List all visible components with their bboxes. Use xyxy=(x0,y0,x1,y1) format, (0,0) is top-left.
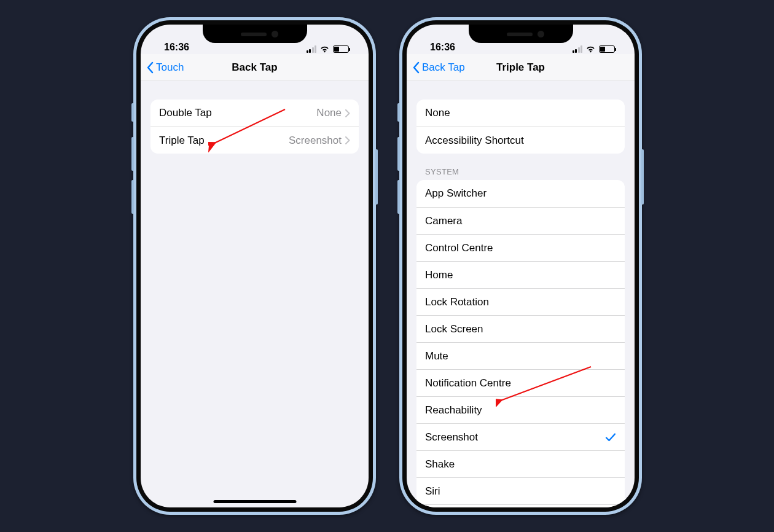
row-label: Mute xyxy=(425,350,448,362)
battery-icon xyxy=(599,45,615,53)
cellular-signal-icon xyxy=(573,45,583,53)
status-time: 16:36 xyxy=(158,42,189,53)
checkmark-icon xyxy=(605,432,616,442)
row-home[interactable]: Home xyxy=(416,261,625,288)
row-lock-rotation[interactable]: Lock Rotation xyxy=(416,288,625,315)
wifi-icon xyxy=(585,45,596,53)
silent-switch xyxy=(397,103,400,122)
volume-up-button xyxy=(131,137,134,171)
row-label: Screenshot xyxy=(425,431,478,444)
back-button[interactable]: Back Tap xyxy=(412,54,465,80)
row-shake[interactable]: Shake xyxy=(416,450,625,477)
section-header-system: System xyxy=(425,167,616,176)
chevron-right-icon xyxy=(345,136,350,144)
row-label: Shake xyxy=(425,458,455,471)
row-double-tap[interactable]: Double Tap None xyxy=(150,100,359,127)
back-label: Back Tap xyxy=(422,61,465,74)
status-time: 16:36 xyxy=(424,42,455,53)
row-value: Screenshot xyxy=(289,135,342,147)
row-screenshot[interactable]: Screenshot xyxy=(416,423,625,450)
row-label: Accessibility Shortcut xyxy=(425,135,524,147)
wifi-icon xyxy=(319,45,330,53)
home-indicator[interactable] xyxy=(213,500,296,503)
row-reachability[interactable]: Reachability xyxy=(416,396,625,423)
row-app-switcher[interactable]: App Switcher xyxy=(416,180,625,207)
screen-triple-tap: 16:36 Back Tap Triple Tap xyxy=(407,25,635,507)
row-label: Triple Tap xyxy=(159,135,205,147)
phone-right-mockup: 16:36 Back Tap Triple Tap xyxy=(399,17,642,515)
volume-up-button xyxy=(397,137,400,171)
row-lock-screen[interactable]: Lock Screen xyxy=(416,315,625,342)
row-mute[interactable]: Mute xyxy=(416,342,625,369)
back-label: Touch xyxy=(156,61,184,74)
phone-left-mockup: 16:36 Touch Back Tap xyxy=(133,17,376,515)
row-triple-tap[interactable]: Triple Tap Screenshot xyxy=(150,127,359,154)
battery-icon xyxy=(333,45,349,53)
screen-back-tap: 16:36 Touch Back Tap xyxy=(141,25,369,507)
chevron-left-icon xyxy=(412,61,420,74)
row-label: Notification Centre xyxy=(425,377,511,389)
power-button xyxy=(641,149,644,205)
row-control-centre[interactable]: Control Centre xyxy=(416,234,625,261)
row-label: None xyxy=(425,107,450,119)
row-spotlight[interactable]: Spotlight xyxy=(416,504,625,507)
row-label: Control Centre xyxy=(425,242,493,254)
volume-down-button xyxy=(131,180,134,214)
row-label: Lock Rotation xyxy=(425,296,489,308)
silent-switch xyxy=(131,103,134,122)
row-notification-centre[interactable]: Notification Centre xyxy=(416,369,625,396)
nav-bar: Touch Back Tap xyxy=(141,54,369,81)
notch xyxy=(203,25,307,43)
system-group: App Switcher Camera Control Centre Home … xyxy=(416,180,625,507)
row-label: App Switcher xyxy=(425,187,487,200)
row-siri[interactable]: Siri xyxy=(416,477,625,504)
row-accessibility-shortcut[interactable]: Accessibility Shortcut xyxy=(416,127,625,154)
row-label: Camera xyxy=(425,215,462,227)
row-label: Siri xyxy=(425,485,440,498)
row-none[interactable]: None xyxy=(416,100,625,127)
row-label: Reachability xyxy=(425,404,482,417)
row-label: Lock Screen xyxy=(425,323,483,335)
row-camera[interactable]: Camera xyxy=(416,207,625,234)
cellular-signal-icon xyxy=(307,45,317,53)
power-button xyxy=(375,149,378,205)
options-group: Double Tap None Triple Tap Screenshot xyxy=(150,100,359,154)
row-label: Home xyxy=(425,269,453,281)
row-label: Double Tap xyxy=(159,107,212,119)
top-group: None Accessibility Shortcut xyxy=(416,100,625,154)
nav-bar: Back Tap Triple Tap xyxy=(407,54,635,81)
chevron-right-icon xyxy=(345,109,350,117)
back-button[interactable]: Touch xyxy=(146,54,184,80)
volume-down-button xyxy=(397,180,400,214)
chevron-left-icon xyxy=(146,61,154,74)
row-value: None xyxy=(316,107,342,119)
notch xyxy=(469,25,573,43)
